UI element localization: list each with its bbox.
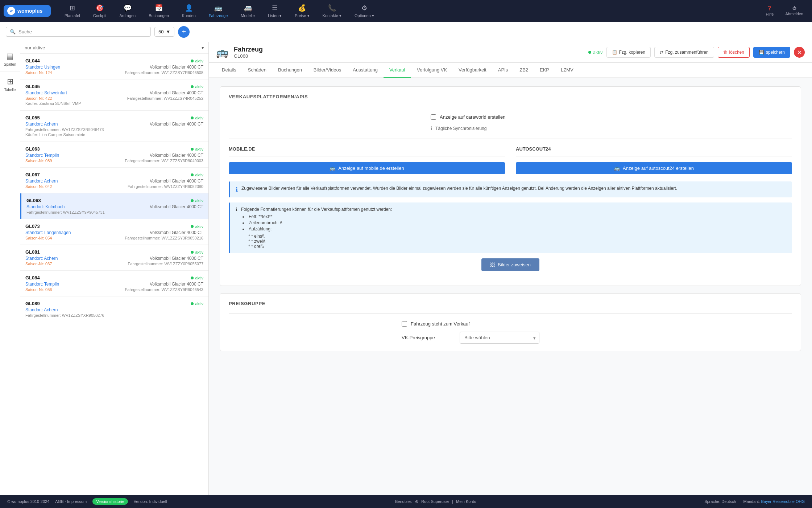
delete-vehicle-button[interactable]: 🗑 löschen bbox=[718, 47, 750, 58]
list-item[interactable]: GL067 aktiv Standort: Achern Volksmobil … bbox=[20, 168, 208, 193]
tab-schaeden[interactable]: Schäden bbox=[242, 63, 272, 78]
nav-hilfe[interactable]: ❓ Hilfe bbox=[761, 3, 779, 19]
vehicle-title-wrap: 🚌 Fahrzeug GL068 bbox=[216, 46, 263, 59]
search-input[interactable] bbox=[18, 29, 147, 34]
tab-verfuegbarkeit[interactable]: Verfügbarkeit bbox=[453, 63, 492, 78]
nav-buchungen[interactable]: 📅 Buchungen bbox=[142, 1, 175, 21]
plantafel-icon: ⊞ bbox=[70, 4, 75, 12]
nav-modelle[interactable]: 🚐 Modelle bbox=[234, 1, 261, 21]
vk-preisgruppe-row: VK-Preisgruppe Bitte wählen ▾ bbox=[402, 332, 619, 344]
item-location: Standort: Templin bbox=[25, 282, 59, 287]
close-button[interactable]: ✕ bbox=[794, 47, 805, 58]
logo[interactable]: w womoplus bbox=[4, 5, 51, 17]
info-icon-1: ℹ bbox=[236, 186, 238, 193]
tab-ekp[interactable]: EKP bbox=[534, 63, 555, 78]
list-item-active[interactable]: GL068 aktiv Standort: Kulmbach Volksmobi… bbox=[20, 193, 208, 219]
nav-plantafel[interactable]: ⊞ Plantafel bbox=[58, 1, 87, 21]
buchungen-icon: 📅 bbox=[155, 4, 163, 12]
search-bar: 🔍 50 ▼ + bbox=[0, 22, 812, 42]
nav-optionen[interactable]: ⚙ Optionen ▾ bbox=[348, 1, 381, 21]
caraworld-row: Anzeige auf caraworld erstellen bbox=[431, 114, 505, 120]
status-text: aktiv bbox=[195, 250, 203, 254]
tab-verfolgung[interactable]: Verfolgung VK bbox=[411, 63, 453, 78]
add-button[interactable]: + bbox=[178, 26, 190, 38]
vehicle-header-icon: 🚌 bbox=[216, 46, 229, 58]
vk-preisgruppe-label: VK-Preisgruppe bbox=[402, 335, 452, 340]
vehicle-code: GL045 bbox=[25, 84, 40, 89]
copy-vehicle-button[interactable]: 📋 Fzg. kopieren bbox=[606, 47, 651, 58]
nav-listen-label: Listen ▾ bbox=[268, 13, 282, 18]
benutzer-link[interactable]: Root Superuser bbox=[421, 499, 449, 504]
versionshistorie-button[interactable]: Versionshistorie bbox=[92, 498, 128, 505]
item-saison: Saison-Nr: 089 bbox=[25, 159, 52, 163]
search-wrap[interactable]: 🔍 bbox=[6, 27, 151, 37]
list-item[interactable]: GL063 aktiv Standort: Templin Volksmobil… bbox=[20, 142, 208, 168]
status-dot bbox=[191, 173, 194, 176]
tab-ausstattung[interactable]: Ausstattung bbox=[347, 63, 384, 78]
caraworld-checkbox[interactable] bbox=[431, 114, 436, 120]
tab-bilder[interactable]: Bilder/Videos bbox=[308, 63, 347, 78]
tab-lzmv[interactable]: LZMV bbox=[555, 63, 579, 78]
save-vehicle-button[interactable]: 💾 speichern bbox=[753, 47, 790, 58]
format-item-0: Fett: **text** bbox=[243, 214, 392, 219]
list-item[interactable]: GL055 aktiv Standort: Achern Volksmobil … bbox=[20, 111, 208, 142]
autoscout-button[interactable]: 🚌 Anzeige auf autoscout24 erstellen bbox=[516, 162, 792, 174]
item-saison: Saison-Nr: 422 bbox=[25, 96, 52, 101]
list-item[interactable]: GL081 aktiv Standort: Achern Volksmobil … bbox=[20, 245, 208, 271]
agb-link[interactable]: AGB · Impressum bbox=[55, 499, 87, 504]
nav-fahrzeuge[interactable]: 🚌 Fahrzeuge bbox=[202, 1, 235, 21]
sidebar-tabelle[interactable]: ⊞ Tabelle bbox=[0, 72, 20, 97]
nav-cockpit[interactable]: 🎯 Cockpit bbox=[87, 1, 113, 21]
nav-abmelden-label: Abmelden bbox=[785, 12, 803, 16]
mobile-de-button[interactable]: 🚌 Anzeige auf mobile.de erstellen bbox=[229, 162, 505, 174]
list-item[interactable]: GL084 aktiv Standort: Templin Volksmobil… bbox=[20, 271, 208, 296]
tab-details[interactable]: Details bbox=[216, 63, 242, 78]
status-text: aktiv bbox=[195, 276, 203, 280]
info-circle-icon: ℹ bbox=[431, 126, 432, 131]
tabelle-label: Tabelle bbox=[4, 88, 16, 92]
item-vin: Fahrgestellnummer: WV1ZZZSYXR9050276 bbox=[25, 313, 104, 318]
search-count[interactable]: 50 ▼ bbox=[154, 27, 174, 37]
format-sub-1: * zwei\\ bbox=[248, 239, 392, 244]
sidebar-spalten[interactable]: ▤ Spalten bbox=[0, 46, 20, 72]
vk-preisgruppe-select[interactable]: Bitte wählen bbox=[460, 332, 539, 344]
vk-preisgruppe-select-wrap[interactable]: Bitte wählen ▾ bbox=[460, 332, 539, 344]
listen-icon: ☰ bbox=[272, 4, 278, 12]
nav-cockpit-label: Cockpit bbox=[93, 13, 107, 18]
anfragen-icon: 💬 bbox=[124, 4, 132, 12]
list-item[interactable]: GL045 aktiv Standort: Schweinfurt Volksm… bbox=[20, 79, 208, 111]
filter-arrow-icon: ▾ bbox=[202, 45, 204, 50]
tab-buchungen[interactable]: Buchungen bbox=[272, 63, 308, 78]
list-item[interactable]: GL073 aktiv Standort: Langenhagen Volksm… bbox=[20, 219, 208, 245]
nav-anfragen[interactable]: 💬 Anfragen bbox=[113, 1, 142, 21]
nav-preise[interactable]: 💰 Preise ▾ bbox=[288, 1, 316, 21]
status-dot bbox=[191, 148, 194, 151]
tab-zb2[interactable]: ZB2 bbox=[514, 63, 534, 78]
verkauf-checkbox[interactable] bbox=[402, 321, 407, 327]
list-item[interactable]: GL089 aktiv Standort: Achern Fahrgestell… bbox=[20, 296, 208, 322]
nav-listen[interactable]: ☰ Listen ▾ bbox=[261, 1, 288, 21]
vehicle-code: GL067 bbox=[25, 172, 40, 177]
item-location: Standort: Templin bbox=[25, 153, 59, 158]
tab-apis[interactable]: APIs bbox=[492, 63, 514, 78]
mein-konto-link[interactable]: Mein Konto bbox=[456, 499, 476, 504]
list-item[interactable]: GL044 aktiv Standort: Usingen Volksmobil… bbox=[20, 54, 208, 79]
item-location: Standort: Usingen bbox=[25, 65, 60, 70]
status-label: aktiv bbox=[593, 50, 603, 55]
item-vin: Fahrgestellnummer: WV1ZZZY4R9052380 bbox=[128, 184, 203, 189]
cockpit-icon: 🎯 bbox=[96, 4, 104, 12]
logo-icon: w bbox=[7, 7, 15, 15]
kontakte-icon: 📞 bbox=[328, 4, 336, 12]
item-vin: Fahrgestellnummer: WV1ZZZSY3R9050216 bbox=[125, 236, 203, 240]
status-dot bbox=[588, 51, 591, 54]
nav-abmelden[interactable]: ⏻ Abmelden bbox=[780, 3, 808, 19]
status-dot bbox=[191, 199, 194, 202]
nav-kontakte[interactable]: 📞 Kontakte ▾ bbox=[316, 1, 348, 21]
top-nav: w womoplus ⊞ Plantafel 🎯 Cockpit 💬 Anfra… bbox=[0, 0, 812, 22]
bilder-zuweisen-button[interactable]: 🖼 Bilder zuweisen bbox=[481, 258, 539, 271]
merge-vehicle-button[interactable]: ⇄ Fzg. zusammenführen bbox=[654, 47, 714, 58]
nav-kunden[interactable]: 👤 Kunden bbox=[175, 1, 202, 21]
sidebar-filter[interactable]: nur aktive ▾ bbox=[20, 42, 208, 54]
tab-verkauf[interactable]: Verkauf bbox=[384, 63, 411, 78]
footer-left: © womoplus 2010-2024 AGB · Impressum Ver… bbox=[7, 498, 167, 505]
